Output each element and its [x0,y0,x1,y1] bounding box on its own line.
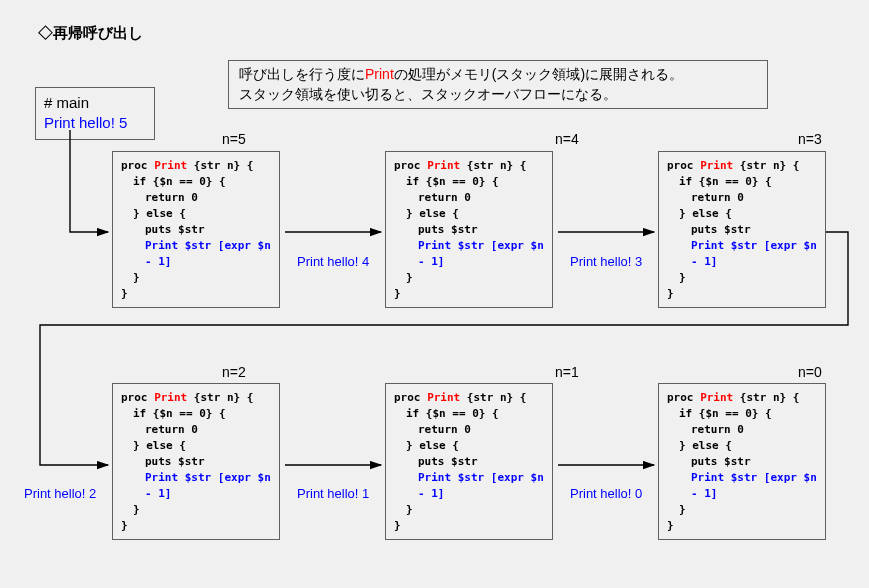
code-line: } else { [667,438,817,454]
recursive-call: Print $str [expr $n - 1] [394,470,544,502]
n-label-4: n=4 [555,131,579,147]
recursive-call: Print $str [expr $n - 1] [121,238,271,270]
main-box: # main Print hello! 5 [35,87,155,140]
code-line: if {$n == 0} { [667,406,817,422]
proc-name: Print [154,391,187,404]
code-line: if {$n == 0} { [394,174,544,190]
code-line: } else { [394,438,544,454]
code-line: return 0 [121,422,271,438]
kw-proc: proc [121,159,154,172]
code-line: } [394,286,544,302]
proc-args: {str n} { [187,159,253,172]
code-line: } [394,502,544,518]
code-line: } else { [121,438,271,454]
call-label-1: Print hello! 1 [297,486,369,501]
main-comment: # main [44,93,146,113]
code-line: return 0 [394,190,544,206]
description-box: 呼び出しを行う度にPrintの処理がメモリ(スタック領域)に展開される。 スタッ… [228,60,768,109]
proc-box-n4: proc Print {str n} { if {$n == 0} { retu… [385,151,553,308]
proc-box-n1: proc Print {str n} { if {$n == 0} { retu… [385,383,553,540]
proc-name: Print [700,159,733,172]
kw-proc: proc [667,159,700,172]
proc-name: Print [427,391,460,404]
recursive-call: Print $str [expr $n - 1] [394,238,544,270]
desc-text: の処理がメモリ(スタック領域)に展開される。 [394,66,683,82]
code-line: return 0 [667,190,817,206]
proc-box-n3: proc Print {str n} { if {$n == 0} { retu… [658,151,826,308]
recursive-call: Print $str [expr $n - 1] [667,238,817,270]
code-line: if {$n == 0} { [121,406,271,422]
code-line: puts $str [121,222,271,238]
n-label-5: n=5 [222,131,246,147]
main-call: Print hello! 5 [44,113,146,133]
code-line: } [121,286,271,302]
page-title: ◇再帰呼び出し [38,24,143,43]
proc-name: Print [154,159,187,172]
code-line: } [667,286,817,302]
kw-proc: proc [667,391,700,404]
code-line: } else { [121,206,271,222]
code-line: } [121,502,271,518]
call-label-4: Print hello! 4 [297,254,369,269]
desc-text: 呼び出しを行う度に [239,66,365,82]
proc-args: {str n} { [460,159,526,172]
code-line: puts $str [394,454,544,470]
code-line: } else { [667,206,817,222]
proc-args: {str n} { [460,391,526,404]
proc-args: {str n} { [733,159,799,172]
call-label-0: Print hello! 0 [570,486,642,501]
recursive-call: Print $str [expr $n - 1] [121,470,271,502]
proc-box-n2: proc Print {str n} { if {$n == 0} { retu… [112,383,280,540]
arrow-main-to-n5 [70,130,108,232]
code-line: puts $str [121,454,271,470]
code-line: } [394,518,544,534]
proc-args: {str n} { [733,391,799,404]
code-line: if {$n == 0} { [667,174,817,190]
desc-keyword: Print [365,66,394,82]
code-line: } [667,270,817,286]
n-label-0: n=0 [798,364,822,380]
proc-args: {str n} { [187,391,253,404]
proc-name: Print [700,391,733,404]
kw-proc: proc [121,391,154,404]
code-line: if {$n == 0} { [394,406,544,422]
recursive-call: Print $str [expr $n - 1] [667,470,817,502]
code-line: } [667,502,817,518]
code-line: } [121,270,271,286]
code-line: } [394,270,544,286]
desc-text: スタック領域を使い切ると、スタックオーバフローになる。 [239,85,757,105]
n-label-2: n=2 [222,364,246,380]
code-line: return 0 [667,422,817,438]
call-label-3: Print hello! 3 [570,254,642,269]
proc-box-n0: proc Print {str n} { if {$n == 0} { retu… [658,383,826,540]
code-line: return 0 [121,190,271,206]
code-line: puts $str [667,454,817,470]
code-line: puts $str [667,222,817,238]
kw-proc: proc [394,159,427,172]
code-line: } [667,518,817,534]
code-line: } else { [394,206,544,222]
code-line: } [121,518,271,534]
code-line: return 0 [394,422,544,438]
kw-proc: proc [394,391,427,404]
n-label-3: n=3 [798,131,822,147]
proc-name: Print [427,159,460,172]
call-label-2: Print hello! 2 [24,486,96,501]
code-line: if {$n == 0} { [121,174,271,190]
code-line: puts $str [394,222,544,238]
proc-box-n5: proc Print {str n} { if {$n == 0} { retu… [112,151,280,308]
n-label-1: n=1 [555,364,579,380]
